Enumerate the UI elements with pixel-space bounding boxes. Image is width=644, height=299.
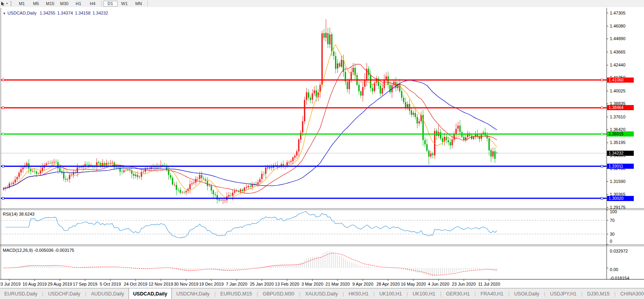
hline-handle[interactable] [601, 197, 603, 199]
candle-body [312, 94, 313, 100]
macd-signal-value: -0.003175 [55, 248, 74, 253]
rsi-value: 38.6243 [19, 212, 35, 216]
macd-scale-label: 0.032972 [610, 249, 628, 253]
candle-body [389, 85, 390, 92]
ohlc-high: 1.34374 [57, 11, 73, 15]
candle-body [333, 52, 334, 56]
candle-body [450, 142, 451, 145]
price-tick-label: 1.31590 [610, 179, 626, 184]
symbol-tab-ger30-h1[interactable]: GER30,H1 [442, 288, 474, 299]
candle-body [384, 79, 385, 88]
symbol-tab-china300-h4[interactable]: CHINA300,H4 [616, 288, 644, 299]
price-tick-label: 1.44890 [610, 36, 626, 41]
date-label: 17 Sep 2019 [73, 282, 97, 286]
candle-body [292, 157, 293, 161]
timeframe-button-d1[interactable]: D1 [103, 1, 118, 7]
candle-body [125, 170, 127, 170]
timeframe-button-m1[interactable]: M1 [15, 1, 29, 7]
candle-body [275, 165, 276, 166]
candle-body [413, 113, 414, 115]
timeframe-button-m5[interactable]: M5 [29, 1, 43, 7]
date-label: 21 Mar 2020 [326, 282, 350, 286]
candle-body [463, 137, 464, 140]
symbol-tab-hk50-h1[interactable]: HK50,H1 [344, 288, 373, 299]
candle-body [418, 121, 420, 123]
candle-body [36, 172, 37, 174]
candle-body [207, 181, 208, 186]
timeframe-button-m15[interactable]: M15 [43, 1, 57, 7]
date-label: 12 Nov 2019 [149, 282, 173, 286]
candle-body [395, 82, 396, 88]
candle-body [457, 126, 458, 129]
timeframe-button-mn[interactable]: MN [132, 1, 146, 7]
candle-body [448, 140, 449, 142]
hline-handle[interactable] [601, 165, 603, 167]
symbol-tab-gbpusd-m30[interactable]: GBPUSD,M30 [258, 288, 299, 299]
candle-body [112, 162, 113, 163]
hline-handle[interactable] [2, 107, 4, 109]
symbol-tab-uk100-h1[interactable]: UK100,H1 [408, 288, 440, 299]
symbol-tab-usdchf-daily[interactable]: USDCHF,Daily [44, 288, 85, 299]
price-tick-label: 1.43665 [610, 50, 626, 54]
candle-body [22, 168, 24, 170]
candle-body [442, 138, 443, 142]
collapse-icon[interactable]: ▼ [3, 12, 6, 15]
hline-handle[interactable] [601, 133, 603, 135]
symbol-tab-usdcnh-daily[interactable]: USDCNH,Daily [172, 288, 214, 299]
symbol-tab-eurusd-m15[interactable]: EURUSD,M15 [216, 288, 256, 299]
candle-body [459, 126, 460, 132]
candle-body [46, 164, 47, 165]
symbol-tab-usdjpy-h1[interactable]: USDJPY,H1 [546, 288, 581, 299]
candle-body [79, 167, 80, 168]
candle-body [382, 88, 383, 94]
candle-body [453, 134, 454, 140]
toolbar-grip[interactable] [11, 1, 13, 6]
hline-handle[interactable] [601, 107, 603, 109]
hline-handle[interactable] [2, 133, 4, 135]
symbol-tab-xauusd-daily[interactable]: XAUUSD,Daily [301, 288, 342, 299]
candle-body [168, 170, 169, 175]
symbol-tab-fra40-h1[interactable]: FRA40,H1 [476, 288, 508, 299]
candle-body [172, 178, 173, 185]
pointer-tool-dropdown-icon[interactable]: ▾ [6, 2, 8, 5]
candle-body [353, 68, 354, 72]
symbol-tab-eurusd-daily[interactable]: EURUSD,Daily [0, 288, 42, 299]
candle-body [55, 162, 57, 162]
candle-body [490, 150, 491, 157]
hline-handle[interactable] [2, 197, 4, 199]
candle-body [211, 186, 212, 190]
symbol-tab-uk100-h1[interactable]: UK100,H1 [375, 288, 407, 299]
hline-handle[interactable] [2, 165, 4, 167]
candle-body [141, 172, 142, 177]
date-label: 4 Jun 2020 [428, 282, 449, 286]
timeframe-button-m30[interactable]: M30 [57, 1, 72, 7]
timeframe-button-h4[interactable]: H4 [86, 1, 100, 7]
candle-body [426, 144, 427, 151]
symbol-tab-audusd-daily[interactable]: AUDUSD,Daily [87, 288, 129, 299]
candle-body [67, 179, 68, 180]
candle-body [349, 81, 350, 89]
candle-body [271, 167, 272, 168]
candle-body [69, 175, 70, 179]
timeframe-button-h1[interactable]: H1 [72, 1, 86, 7]
candle-body [339, 63, 340, 67]
price-tick-label: 1.37610 [610, 114, 626, 119]
candle-body [40, 171, 41, 173]
rsi-scale-label: 70 [610, 218, 615, 223]
symbol-tab-dj30-m15[interactable]: DJ30,M15 [583, 288, 614, 299]
candle-body [403, 98, 404, 102]
toolbar-separator [101, 1, 102, 6]
chart-canvas[interactable] [0, 7, 644, 288]
hline-handle[interactable] [601, 79, 603, 81]
candle-body [321, 33, 322, 85]
pointer-tool-button[interactable]: ▾ [0, 1, 9, 6]
candle-body [213, 190, 214, 194]
candle-body [331, 34, 332, 52]
chart-symbol-label: USDCAD,Daily [7, 11, 37, 15]
symbol-tab-usoil-daily[interactable]: USOil,Daily [510, 288, 544, 299]
timeframe-button-w1[interactable]: W1 [118, 1, 132, 7]
hline-handle[interactable] [2, 79, 4, 81]
symbol-tab-usdcad-daily[interactable]: USDCAD,Daily [129, 288, 172, 299]
date-label: 3 Mar 2020 [302, 282, 324, 286]
candle-body [473, 137, 474, 139]
